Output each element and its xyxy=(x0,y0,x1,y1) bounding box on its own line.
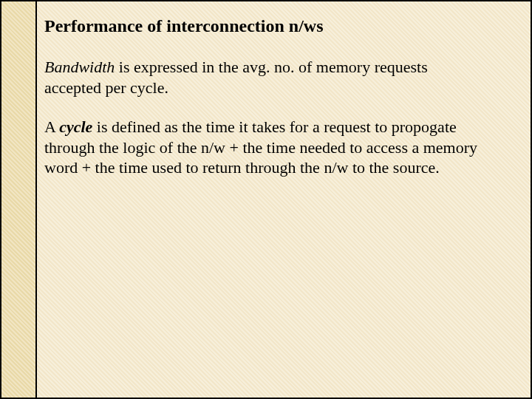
paragraph-bandwidth: Bandwidth is expressed in the avg. no. o… xyxy=(44,57,488,98)
text-cycle-lead: A xyxy=(44,117,59,136)
term-bandwidth: Bandwidth xyxy=(44,58,115,76)
slide-title: Performance of interconnection n/ws xyxy=(44,16,516,36)
term-cycle: cycle xyxy=(59,117,92,136)
slide: Performance of interconnection n/ws Band… xyxy=(0,0,532,399)
slide-content: Performance of interconnection n/ws Band… xyxy=(44,16,516,197)
sidebar-accent xyxy=(1,1,37,398)
paragraph-cycle: A cycle is defined as the time it takes … xyxy=(44,117,488,178)
text-cycle-rest: is defined as the time it takes for a re… xyxy=(44,117,477,177)
